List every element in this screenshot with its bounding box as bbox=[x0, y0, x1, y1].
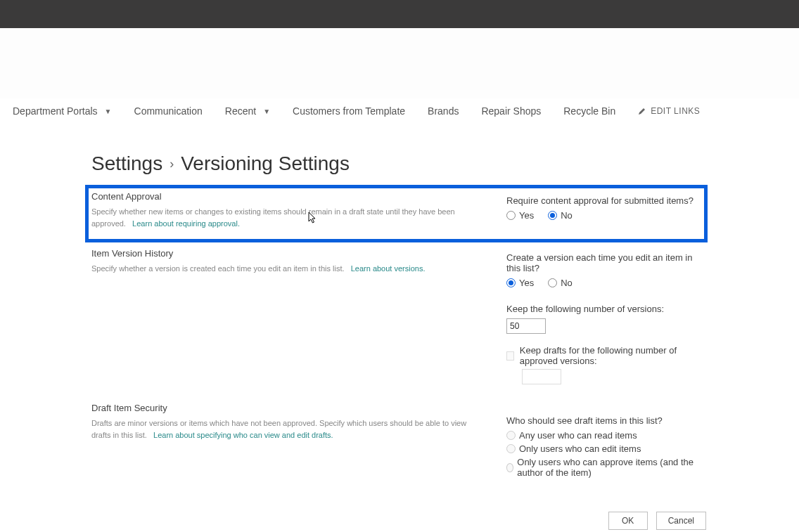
nav-brands[interactable]: Brands bbox=[428, 105, 459, 117]
pencil-icon bbox=[638, 107, 646, 115]
breadcrumb-current: Versioning Settings bbox=[181, 153, 350, 175]
section-heading: Draft Item Security bbox=[91, 403, 485, 413]
nav-label: Brands bbox=[428, 105, 459, 117]
draft-visibility-editors[interactable]: Only users who can edit items bbox=[506, 443, 708, 454]
radio-label: No bbox=[561, 278, 573, 288]
edit-links-label: EDIT LINKS bbox=[651, 106, 700, 116]
radio-icon bbox=[506, 211, 516, 220]
radio-label: Yes bbox=[519, 210, 534, 221]
nav-repair-shops[interactable]: Repair Shops bbox=[481, 105, 541, 117]
require-approval-no[interactable]: No bbox=[548, 210, 573, 221]
suite-bar bbox=[0, 0, 799, 28]
edit-links-button[interactable]: EDIT LINKS bbox=[638, 106, 700, 116]
keep-versions-input[interactable] bbox=[506, 318, 546, 334]
keep-versions-label: Keep the following number of versions: bbox=[506, 304, 708, 314]
nav-label: Customers from Template bbox=[293, 105, 405, 117]
section-description: Drafts are minor versions or items which… bbox=[91, 417, 485, 441]
nav-recycle-bin[interactable]: Recycle Bin bbox=[563, 105, 615, 117]
keep-drafts-input bbox=[522, 369, 561, 384]
nav-department-portals[interactable]: Department Portals ▼ bbox=[13, 105, 112, 117]
create-version-label: Create a version each time you edit an i… bbox=[506, 252, 708, 273]
ribbon-placeholder bbox=[0, 28, 799, 98]
create-version-yes[interactable]: Yes bbox=[506, 278, 534, 288]
radio-icon bbox=[506, 431, 516, 440]
radio-icon bbox=[506, 463, 513, 472]
radio-label: Yes bbox=[519, 278, 534, 288]
section-content-approval: Content Approval Specify whether new ite… bbox=[85, 185, 708, 242]
radio-label: Any user who can read items bbox=[519, 430, 637, 441]
require-approval-label: Require content approval for submitted i… bbox=[506, 195, 698, 206]
nav-label: Department Portals bbox=[13, 105, 98, 117]
keep-drafts-checkbox[interactable]: Keep drafts for the following number of … bbox=[506, 345, 708, 366]
nav-label: Recycle Bin bbox=[563, 105, 615, 117]
chevron-down-icon: ▼ bbox=[263, 108, 270, 115]
learn-versions-link[interactable]: Learn about versions. bbox=[351, 264, 426, 273]
nav-recent[interactable]: Recent ▼ bbox=[225, 105, 270, 117]
keep-drafts-label: Keep drafts for the following number of … bbox=[520, 345, 708, 366]
chevron-down-icon: ▼ bbox=[105, 108, 112, 115]
radio-label: No bbox=[561, 210, 573, 221]
ok-button[interactable]: OK bbox=[608, 512, 648, 530]
draft-visibility-label: Who should see draft items in this list? bbox=[506, 415, 708, 426]
radio-icon bbox=[506, 444, 516, 453]
cancel-button[interactable]: Cancel bbox=[656, 512, 706, 530]
radio-icon bbox=[548, 278, 557, 287]
section-draft-security: Draft Item Security Drafts are minor ver… bbox=[91, 397, 708, 491]
learn-requiring-approval-link[interactable]: Learn about requiring approval. bbox=[132, 219, 240, 228]
draft-visibility-any-reader[interactable]: Any user who can read items bbox=[506, 430, 708, 441]
top-navigation: Department Portals ▼ Communication Recen… bbox=[0, 98, 799, 124]
checkbox-icon bbox=[506, 351, 514, 361]
page-title: Settings › Versioning Settings bbox=[91, 153, 708, 175]
section-heading: Content Approval bbox=[91, 191, 485, 202]
page-content: Settings › Versioning Settings Content A… bbox=[0, 124, 799, 532]
breadcrumb-root[interactable]: Settings bbox=[91, 153, 162, 175]
nav-customers-from-template[interactable]: Customers from Template bbox=[293, 105, 405, 117]
section-description: Specify whether new items or changes to … bbox=[91, 206, 485, 229]
radio-icon bbox=[548, 211, 557, 220]
radio-label: Only users who can edit items bbox=[519, 443, 641, 454]
radio-label: Only users who can approve items (and th… bbox=[517, 457, 708, 478]
section-description: Specify whether a version is created eac… bbox=[91, 263, 485, 275]
nav-label: Communication bbox=[134, 105, 203, 117]
nav-label: Repair Shops bbox=[481, 105, 541, 117]
section-heading: Item Version History bbox=[91, 248, 485, 259]
draft-visibility-approvers[interactable]: Only users who can approve items (and th… bbox=[506, 457, 708, 478]
breadcrumb-separator-icon: › bbox=[170, 157, 174, 171]
desc-text: Specify whether a version is created eac… bbox=[91, 264, 345, 273]
section-version-history: Item Version History Specify whether a v… bbox=[91, 242, 708, 397]
nav-label: Recent bbox=[225, 105, 256, 117]
require-approval-yes[interactable]: Yes bbox=[506, 210, 534, 221]
nav-communication[interactable]: Communication bbox=[134, 105, 203, 117]
learn-drafts-link[interactable]: Learn about specifying who can view and … bbox=[153, 431, 333, 439]
create-version-no[interactable]: No bbox=[548, 278, 573, 288]
dialog-buttons: OK Cancel bbox=[91, 512, 708, 530]
radio-icon bbox=[506, 278, 516, 287]
